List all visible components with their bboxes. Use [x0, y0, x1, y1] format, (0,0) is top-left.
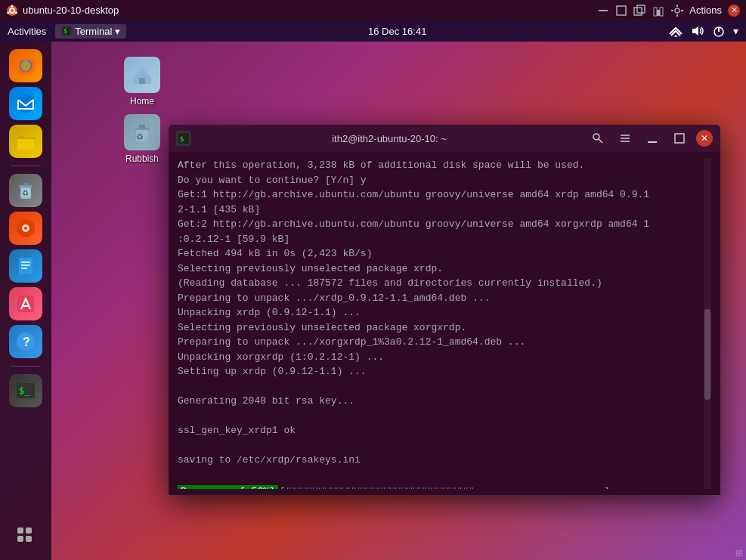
topbar-left: ubuntu-20-10-desktop — [6, 5, 119, 17]
terminal-tab-icon: $ — [61, 26, 72, 36]
terminal-line-21: saving to /etc/xrdp/rsakeys.ini — [178, 453, 704, 468]
taskbar: Activities $ Terminal ▾ 16 Dec 16:41 — [0, 20, 746, 42]
topbar-minimize-icon[interactable] — [597, 5, 609, 17]
svg-point-33 — [24, 227, 27, 230]
taskbar-network-icon[interactable] — [668, 25, 683, 37]
terminal-line-12: Selecting previously unselected package … — [178, 320, 704, 336]
terminal-line-22 — [178, 468, 704, 483]
dock-icon-appstore[interactable] — [9, 287, 42, 320]
svg-point-2 — [11, 5, 14, 7]
topbar-right: Actions ✕ — [597, 5, 740, 17]
svg-point-3 — [15, 11, 17, 14]
svg-text:$_: $_ — [19, 385, 30, 396]
network-icon[interactable] — [652, 5, 665, 17]
gear-icon[interactable] — [671, 5, 683, 17]
desktop-icon-rubbish[interactable]: ♻ Rubbish — [112, 114, 172, 164]
actions-button[interactable]: Actions — [689, 5, 722, 16]
terminal-search-button[interactable] — [587, 130, 608, 147]
terminal-text: After this operation, 3,238 kB of additi… — [178, 158, 704, 489]
svg-point-12 — [675, 8, 679, 13]
terminal-line-4: 2-1.1 [435 kB] — [178, 203, 704, 218]
dock-divider-1 — [11, 166, 41, 166]
topbar-maximize-icon[interactable] — [615, 5, 627, 17]
svg-text:$: $ — [180, 135, 184, 143]
terminal-taskbar-tab[interactable]: $ Terminal ▾ — [55, 24, 126, 39]
svg-rect-10 — [654, 8, 657, 16]
svg-text:♻: ♻ — [136, 132, 144, 141]
dock-icon-terminal[interactable]: $_ — [9, 374, 42, 407]
svg-rect-7 — [634, 8, 642, 15]
svg-rect-43 — [17, 528, 23, 534]
dock-icon-thunderbird[interactable] — [9, 87, 42, 120]
terminal-line-13: Preparing to unpack .../xorgxrdp_1%3a0.2… — [178, 335, 704, 350]
dock-icon-trash[interactable]: ♻ — [9, 174, 42, 207]
terminal-line-5: Get:2 http://gb.archive.ubuntu.com/ubunt… — [178, 217, 704, 232]
dock-icon-rhythmbox[interactable] — [9, 212, 42, 245]
taskbar-datetime: 16 Dec 16:41 — [368, 26, 426, 37]
terminal-tab-label: Terminal — [75, 26, 112, 37]
activities-button[interactable]: Activities — [8, 26, 46, 37]
svg-text:?: ? — [23, 336, 30, 348]
desktop-icons-area: Home ♻ Rubbish — [112, 57, 172, 164]
terminal-line-17: Generating 2048 bit rsa key... — [178, 394, 704, 409]
svg-point-56 — [593, 134, 599, 140]
terminal-line-8: Selecting previously unselected package … — [178, 261, 704, 277]
terminal-tab-arrow: ▾ — [115, 26, 120, 37]
svg-point-25 — [17, 94, 35, 113]
terminal-line-2: Do you want to continue? [Y/n] y — [178, 173, 704, 188]
terminal-scrollbar[interactable] — [704, 158, 711, 489]
svg-rect-50 — [139, 125, 145, 128]
dock-icon-libreoffice[interactable] — [9, 249, 42, 283]
dock-icon-firefox[interactable] — [9, 49, 42, 82]
terminal-scrollbar-thumb[interactable] — [704, 309, 710, 400]
dock: ♻ — [0, 42, 51, 560]
taskbar-left: Activities $ Terminal ▾ — [8, 24, 126, 39]
terminal-maximize-button[interactable] — [669, 130, 690, 147]
progress-bar-text: [################################.......… — [280, 486, 610, 489]
taskbar-dropdown-arrow[interactable]: ▾ — [733, 25, 738, 37]
terminal-menu-button[interactable] — [614, 130, 636, 147]
svg-line-57 — [599, 139, 602, 143]
svg-point-19 — [674, 36, 676, 38]
taskbar-right: ▾ — [668, 25, 738, 37]
svg-rect-16 — [681, 10, 683, 11]
terminal-close-button[interactable]: ✕ — [696, 130, 713, 147]
svg-rect-11 — [660, 8, 663, 16]
svg-rect-15 — [671, 10, 673, 11]
taskbar-audio-icon[interactable] — [691, 25, 704, 37]
terminal-window: $ ith2@ith2-ubuntu-20-10: ~ — [169, 125, 720, 495]
desktop-icon-home[interactable]: Home — [112, 57, 172, 107]
dock-icon-help[interactable]: ? — [9, 325, 42, 358]
terminal-line-18 — [178, 409, 704, 424]
system-topbar: ubuntu-20-10-desktop Actions ✕ — [0, 0, 746, 20]
svg-marker-20 — [692, 26, 698, 36]
topbar-restore-icon[interactable] — [633, 5, 645, 17]
svg-rect-6 — [617, 6, 626, 15]
dock-show-apps-button[interactable] — [9, 519, 42, 552]
terminal-minimize-button[interactable] — [642, 130, 663, 147]
home-folder-icon — [124, 57, 160, 93]
terminal-line-11: Unpacking xrdp (0.9.12-1.1) ... — [178, 305, 704, 320]
ubuntu-logo-icon — [6, 5, 18, 17]
svg-rect-46 — [26, 536, 32, 542]
terminal-window-controls: ✕ — [587, 130, 713, 147]
svg-rect-26 — [17, 138, 34, 150]
svg-rect-45 — [17, 536, 23, 542]
terminal-line-20 — [178, 438, 704, 453]
svg-rect-29 — [23, 183, 28, 186]
terminal-line-15: Setting up xrdp (0.9.12-1.1) ... — [178, 364, 704, 379]
topbar-close-button[interactable]: ✕ — [728, 5, 740, 17]
taskbar-power-icon[interactable] — [712, 25, 726, 37]
rubbish-bin-icon: ♻ — [124, 114, 160, 150]
terminal-window-icon: $ — [176, 131, 191, 146]
svg-rect-13 — [676, 5, 678, 7]
svg-point-4 — [7, 11, 9, 14]
dock-icon-files[interactable] — [9, 125, 42, 158]
svg-rect-34 — [19, 258, 33, 274]
terminal-line-1: After this operation, 3,238 kB of additi… — [178, 158, 704, 173]
svg-rect-14 — [676, 14, 678, 17]
terminal-line-6: :0.2.12-1 [59.9 kB] — [178, 232, 704, 247]
svg-rect-8 — [637, 5, 645, 13]
terminal-content-area[interactable]: After this operation, 3,238 kB of additi… — [169, 152, 720, 495]
terminal-line-14: Unpacking xorgxrdp (1:0.2.12-1) ... — [178, 350, 704, 365]
